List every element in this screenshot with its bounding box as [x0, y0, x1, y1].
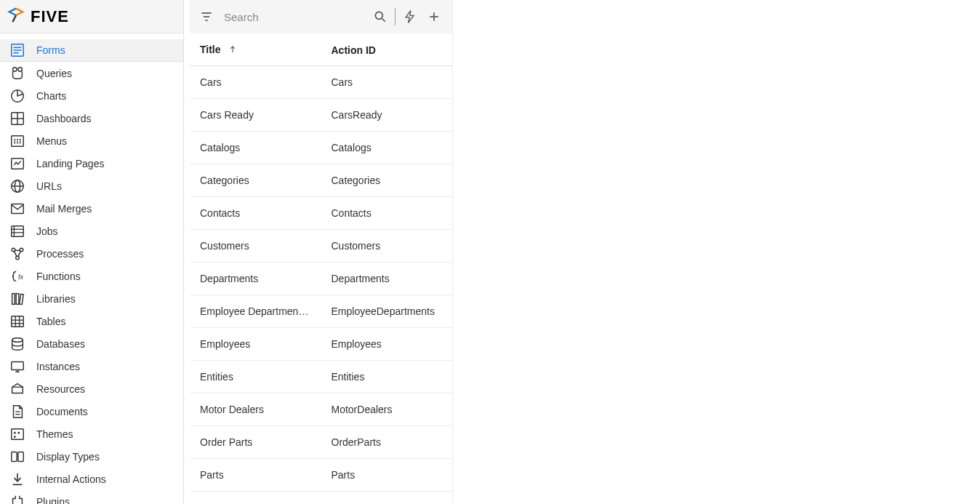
sidebar-item-label: URLs [36, 180, 62, 192]
sidebar-nav: FormsQueriesChartsDashboardsMenusLanding… [0, 33, 183, 504]
sidebar-item-display-types[interactable]: Display Types [0, 445, 183, 468]
cell-actionid: Customers [321, 229, 453, 262]
sidebar-item-themes[interactable]: Themes [0, 423, 183, 445]
list-toolbar [190, 0, 452, 33]
cell-actionid: Entities [321, 360, 453, 393]
cell-title: Entities [190, 360, 321, 393]
sidebar-item-label: Processes [36, 248, 84, 260]
sidebar-item-label: Landing Pages [36, 158, 104, 169]
resource-icon [9, 380, 26, 398]
sidebar-item-dashboards[interactable]: Dashboards [0, 107, 183, 129]
cell-actionid: Catalogs [321, 131, 453, 164]
quick-action-button[interactable] [400, 5, 421, 28]
cell-actionid: OrderParts [321, 425, 453, 458]
sidebar-item-menus[interactable]: Menus [0, 129, 183, 152]
sidebar-item-documents[interactable]: Documents [0, 400, 183, 423]
sidebar-item-plugins[interactable]: Plugins [0, 490, 183, 504]
column-header-actionid-label: Action ID [332, 44, 376, 56]
column-header-actionid[interactable]: Action ID [321, 33, 453, 65]
table-row[interactable]: DepartmentsDepartments [190, 262, 452, 295]
mail-icon [9, 200, 26, 217]
sidebar-item-forms[interactable]: Forms [0, 39, 183, 62]
cell-actionid: Categories [321, 164, 453, 196]
cell-title: Customers [190, 229, 321, 262]
table-row[interactable]: ContactsContacts [190, 196, 452, 229]
sidebar-item-label: Internal Actions [36, 473, 106, 485]
cell-title: Motor Dealers [190, 393, 321, 425]
add-button[interactable] [424, 5, 445, 28]
sidebar-item-resources[interactable]: Resources [0, 377, 183, 400]
sidebar-item-functions[interactable]: Functions [0, 265, 183, 287]
sidebar-item-databases[interactable]: Databases [0, 332, 183, 355]
jobs-icon [9, 223, 26, 240]
query-icon [9, 65, 26, 82]
detail-panel [453, 0, 980, 504]
cell-actionid: CarsReady [321, 98, 453, 131]
cell-title: Departments [190, 262, 321, 295]
sidebar-item-label: Resources [36, 383, 85, 395]
sidebar-item-processes[interactable]: Processes [0, 242, 183, 265]
sidebar-item-label: Mail Merges [36, 203, 92, 215]
cell-title: Parts [190, 458, 321, 491]
cell-actionid: EmployeeDepartments [321, 295, 453, 327]
cell-actionid: Departments [321, 262, 453, 295]
chart-icon [9, 87, 26, 105]
table-row[interactable]: EntitiesEntities [190, 360, 452, 393]
table-row[interactable]: PartsParts [190, 458, 452, 491]
sidebar-item-queries[interactable]: Queries [0, 62, 183, 84]
cell-title: Catalogs [190, 131, 321, 164]
cell-title: Cars Ready [190, 98, 321, 131]
table-row[interactable]: CategoriesCategories [190, 164, 452, 196]
table-row[interactable]: CatalogsCatalogs [190, 131, 452, 164]
sidebar-item-label: Charts [36, 90, 66, 102]
logo-bar: FIVE [0, 0, 183, 33]
internal-action-icon [9, 471, 26, 488]
sidebar-item-label: Menus [36, 135, 67, 147]
table-row[interactable]: EmployeesEmployees [190, 327, 452, 360]
sidebar-item-jobs[interactable]: Jobs [0, 220, 183, 242]
sidebar: FIVE FormsQueriesChartsDashboardsMenusLa… [0, 0, 184, 504]
cell-actionid: Employees [321, 327, 453, 360]
cell-actionid: Parts [321, 458, 453, 491]
column-header-title[interactable]: Title [190, 33, 321, 65]
table-row[interactable]: Order PartsOrderParts [190, 425, 452, 458]
cell-actionid: Contacts [321, 196, 453, 229]
sidebar-item-libraries[interactable]: Libraries [0, 287, 183, 310]
document-icon [9, 403, 26, 420]
table-row[interactable]: Cars ReadyCarsReady [190, 98, 452, 131]
table-row[interactable]: CarsCars [190, 65, 452, 98]
sidebar-item-mail-merges[interactable]: Mail Merges [0, 197, 183, 220]
sidebar-item-tables[interactable]: Tables [0, 310, 183, 332]
filter-button[interactable] [196, 5, 217, 28]
table-row[interactable]: CustomersCustomers [190, 229, 452, 262]
sidebar-item-label: Documents [36, 406, 88, 417]
table-row[interactable]: Employee Departmen…EmployeeDepartments [190, 295, 452, 327]
sidebar-item-label: Queries [36, 68, 72, 79]
search-input[interactable] [220, 8, 366, 26]
function-icon [9, 268, 26, 285]
table-row[interactable]: Motor DealersMotorDealers [190, 393, 452, 425]
sidebar-item-label: Display Types [36, 451, 100, 463]
plugin-icon [9, 493, 26, 505]
sidebar-item-label: Jobs [36, 225, 58, 237]
search-button[interactable] [369, 5, 390, 28]
cell-title: Categories [190, 164, 321, 196]
sidebar-item-label: Functions [36, 271, 81, 282]
sidebar-item-label: Dashboards [36, 113, 92, 124]
sidebar-item-landing-pages[interactable]: Landing Pages [0, 152, 183, 175]
sidebar-item-label: Forms [36, 44, 65, 56]
database-icon [9, 335, 26, 353]
cell-title: Employees [190, 327, 321, 360]
sidebar-item-instances[interactable]: Instances [0, 355, 183, 377]
sidebar-item-charts[interactable]: Charts [0, 84, 183, 107]
cell-title: Employee Departmen… [190, 295, 321, 327]
instance-icon [9, 358, 26, 375]
sidebar-item-urls[interactable]: URLs [0, 175, 183, 197]
menu-icon [9, 132, 26, 150]
list-panel: Title Action ID CarsCarsCars ReadyCarsRe… [190, 0, 453, 504]
sort-arrow-up-icon [228, 44, 238, 57]
table-scroll[interactable]: Title Action ID CarsCarsCars ReadyCarsRe… [190, 33, 452, 504]
sidebar-item-internal-actions[interactable]: Internal Actions [0, 468, 183, 490]
cell-actionid: MotorDealers [321, 393, 453, 425]
dashboard-icon [9, 110, 26, 127]
